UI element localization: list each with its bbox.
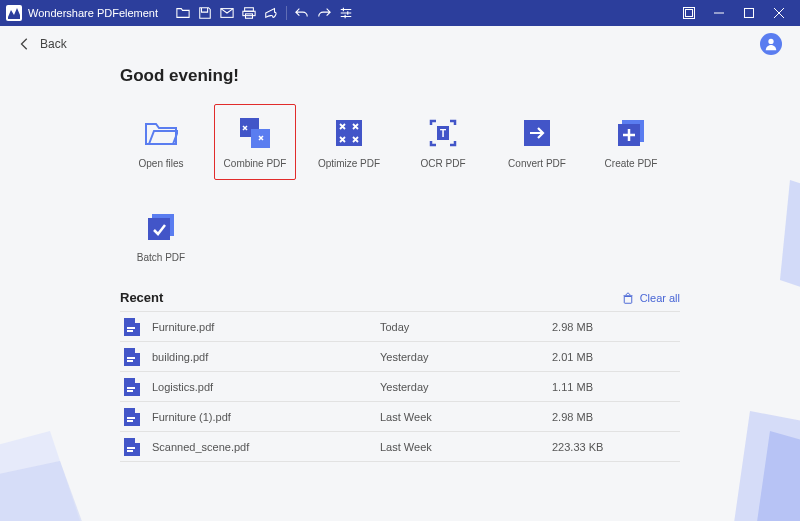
folder-icon (144, 116, 178, 150)
titlebar: Wondershare PDFelement (0, 0, 800, 26)
recent-file-row[interactable]: Scanned_scene.pdf Last Week 223.33 KB (120, 432, 680, 462)
open-file-icon[interactable] (172, 0, 194, 26)
combine-pdf-button[interactable]: Combine PDF (214, 104, 296, 180)
recent-file-row[interactable]: Furniture (1).pdf Last Week 2.98 MB (120, 402, 680, 432)
svg-rect-20 (148, 218, 170, 240)
file-date: Yesterday (380, 351, 552, 363)
ocr-pdf-label: OCR PDF (421, 158, 466, 169)
pdf-file-icon (124, 378, 140, 396)
pdf-file-icon (124, 408, 140, 426)
undo-icon[interactable] (291, 0, 313, 26)
clear-all-label: Clear all (640, 292, 680, 304)
file-name: Scanned_scene.pdf (152, 441, 249, 453)
file-name: building.pdf (152, 351, 208, 363)
svg-marker-26 (0, 461, 100, 521)
greeting-text: Good evening! (120, 66, 680, 86)
back-arrow-icon (18, 37, 32, 51)
open-files-label: Open files (138, 158, 183, 169)
pdf-file-icon (124, 318, 140, 336)
redo-icon[interactable] (313, 0, 335, 26)
create-icon (614, 116, 648, 150)
create-pdf-button[interactable]: Create PDF (590, 104, 672, 180)
window-maximize-icon[interactable] (734, 0, 764, 26)
file-date: Last Week (380, 411, 552, 423)
window-close-icon[interactable] (764, 0, 794, 26)
recent-file-row[interactable]: building.pdf Yesterday 2.01 MB (120, 342, 680, 372)
optimize-pdf-label: Optimize PDF (318, 158, 380, 169)
file-size: 1.11 MB (552, 381, 676, 393)
file-date: Yesterday (380, 381, 552, 393)
batch-pdf-label: Batch PDF (137, 252, 185, 263)
file-name: Logistics.pdf (152, 381, 213, 393)
back-label: Back (40, 37, 67, 51)
app-logo-icon (6, 5, 22, 21)
app-title: Wondershare PDFelement (28, 7, 158, 19)
file-date: Today (380, 321, 552, 333)
tablet-mode-icon[interactable] (674, 0, 704, 26)
svg-rect-13 (336, 120, 362, 146)
recent-section: Recent Clear all Furniture.pdf Today 2.9… (120, 290, 680, 462)
convert-pdf-button[interactable]: Convert PDF (496, 104, 578, 180)
user-avatar-icon[interactable] (760, 33, 782, 55)
toolbar-divider (286, 6, 287, 20)
action-grid: Open files Combine PDF Optimize PDF (120, 104, 680, 180)
optimize-icon (332, 116, 366, 150)
sub-header: Back (0, 26, 800, 62)
pdf-file-icon (124, 438, 140, 456)
batch-icon (144, 210, 178, 244)
content-area: Good evening! Open files Combine PDF (0, 62, 800, 462)
ocr-icon: T (426, 116, 460, 150)
optimize-pdf-button[interactable]: Optimize PDF (308, 104, 390, 180)
window-minimize-icon[interactable] (704, 0, 734, 26)
file-size: 2.01 MB (552, 351, 676, 363)
mail-icon[interactable] (216, 0, 238, 26)
combine-pdf-label: Combine PDF (224, 158, 287, 169)
file-size: 2.98 MB (552, 411, 676, 423)
open-files-button[interactable]: Open files (120, 104, 202, 180)
convert-pdf-label: Convert PDF (508, 158, 566, 169)
print-icon[interactable] (238, 0, 260, 26)
batch-pdf-button[interactable]: Batch PDF (120, 198, 202, 274)
share-icon[interactable] (260, 0, 282, 26)
svg-rect-5 (686, 10, 693, 17)
file-size: 223.33 KB (552, 441, 676, 453)
recent-file-row[interactable]: Furniture.pdf Today 2.98 MB (120, 312, 680, 342)
recent-file-row[interactable]: Logistics.pdf Yesterday 1.11 MB (120, 372, 680, 402)
clear-all-button[interactable]: Clear all (622, 292, 680, 304)
file-name: Furniture.pdf (152, 321, 214, 333)
svg-text:T: T (440, 128, 446, 139)
ocr-pdf-button[interactable]: T OCR PDF (402, 104, 484, 180)
create-pdf-label: Create PDF (605, 158, 658, 169)
recent-header: Recent Clear all (120, 290, 680, 305)
recent-list: Furniture.pdf Today 2.98 MB building.pdf… (120, 311, 680, 462)
back-button[interactable]: Back (18, 37, 67, 51)
customize-toolbar-icon[interactable] (335, 0, 357, 26)
save-icon[interactable] (194, 0, 216, 26)
svg-rect-7 (745, 9, 754, 18)
file-name: Furniture (1).pdf (152, 411, 231, 423)
convert-icon (520, 116, 554, 150)
file-date: Last Week (380, 441, 552, 453)
pdf-file-icon (124, 348, 140, 366)
clear-all-icon (622, 292, 634, 304)
recent-title: Recent (120, 290, 163, 305)
combine-icon (238, 116, 272, 150)
svg-point-10 (768, 39, 773, 44)
file-size: 2.98 MB (552, 321, 676, 333)
